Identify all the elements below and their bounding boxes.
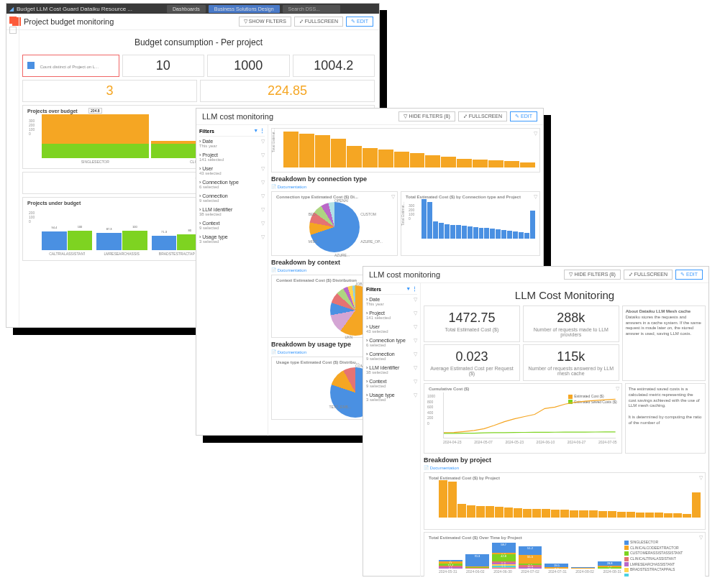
kpi-requests: 288kNumber of requests made to LLM provi… <box>523 306 619 342</box>
subbar: Project budget monitoring ▽ SHOW FILTERS… <box>6 14 379 30</box>
filter-context[interactable]: › Context ▽9 selected <box>366 379 417 388</box>
about-cache: About Dataiku LLM Mesh cache Dataiku sto… <box>622 306 706 381</box>
rail-icon-2[interactable] <box>9 27 17 34</box>
filter-user[interactable]: › User ▽43 selected <box>199 166 265 175</box>
filter-connection[interactable]: › Connection ▽9 selected <box>366 352 417 361</box>
show-filters-button[interactable]: ▽ SHOW FILTERS <box>239 17 291 27</box>
filter-connection[interactable]: › Connection ▽9 selected <box>199 193 265 203</box>
search-input[interactable]: Search DSS... <box>283 5 340 13</box>
section-breakdown-connection: Breakdown by connection type <box>271 175 540 183</box>
filters-sidebar: Filters▼ ⋮ › Date ▽This year› Project ▽1… <box>196 125 268 436</box>
filter-date[interactable]: › Date ▽This year <box>199 139 265 148</box>
kpi-1000: 1000 <box>207 55 289 77</box>
kpi-cache: 115kNumber of requests answered by LLM m… <box>523 344 619 381</box>
chart-icon <box>27 62 35 69</box>
filter-icon[interactable]: ▽ <box>699 475 703 481</box>
subbar: LLM cost monitoring ▽ HIDE FILTERS (8) ⤢… <box>196 109 543 125</box>
kpi-avg-cost: 0.023Average Estimated Cost per Request … <box>424 344 520 381</box>
edit-button[interactable]: ✎ EDIT <box>510 111 537 121</box>
kpi-count-distinct: Count distinct of Project on L... <box>22 55 119 77</box>
filter-icon[interactable]: ▽ <box>534 131 537 137</box>
documentation-link[interactable]: 📄 Documentation <box>271 184 540 189</box>
chart-cost-over-time: Total Estimated Cost ($) Over Time by Pr… <box>424 532 706 576</box>
kpi-total-cost: 1472.75Total Estimated Cost ($) <box>424 306 520 342</box>
app-topbar: ◢ Budget LLM Cost Guard Dataiku Resource… <box>6 4 379 14</box>
filters-sidebar: Filters▼ ⋮ › Date ▽This year› Project ▽1… <box>363 283 421 576</box>
section-breakdown-context: Breakdown by context <box>271 259 540 266</box>
kpi-10: 10 <box>122 55 204 77</box>
chart-top-bars: ▽ Total Estimat... <box>271 128 540 173</box>
fullscreen-button[interactable]: ⤢ FULLSCREEN <box>294 17 343 27</box>
pie-connection-type: Connection type Estimated Cost ($) Di...… <box>271 191 398 256</box>
edit-button[interactable]: ✎ EDIT <box>346 17 373 27</box>
subbar: LLM cost monitoring ▽ HIDE FILTERS (8) ⤢… <box>363 267 708 283</box>
filter-context[interactable]: › Context ▽9 selected <box>199 221 265 230</box>
crumb-dashboards[interactable]: Dashboards <box>167 5 206 13</box>
filter-llm-identifier[interactable]: › LLM identifier ▽38 selected <box>366 365 417 375</box>
hide-filters-button[interactable]: ▽ HIDE FILTERS (8) <box>398 111 455 121</box>
fullscreen-button[interactable]: ⤢ FULLSCREEN <box>624 270 673 280</box>
filter-usage-type[interactable]: › Usage type ▽3 selected <box>366 392 417 402</box>
panel-llm-cost-2: LLM cost monitoring ▽ HIDE FILTERS (8) ⤢… <box>363 266 709 576</box>
section-title: Budget consumption - Per project <box>22 37 375 47</box>
filter-icon[interactable]: ▽ <box>699 535 703 541</box>
filter-project[interactable]: › Project ▽141 selected <box>366 311 417 320</box>
filter-project[interactable]: › Project ▽141 selected <box>199 152 265 162</box>
filter-connection-type[interactable]: › Connection type ▽6 selected <box>366 338 417 347</box>
filter-toggle-icon[interactable]: ▼ ⋮ <box>406 286 417 292</box>
chart-cumulative: Cumulative Cost ($) ▽ Estimated Cost ($)… <box>424 383 622 454</box>
filter-toggle-icon[interactable]: ▼ ⋮ <box>253 128 265 134</box>
chart-cost-by-project: Total Estimated Cost ($) by Project ▽ <box>424 472 706 530</box>
edit-button[interactable]: ✎ EDIT <box>675 270 703 280</box>
page-title: LLM Cost Monitoring <box>424 289 706 301</box>
rail-icon-1[interactable] <box>9 17 17 24</box>
filter-llm-identifier[interactable]: › LLM identifier ▽38 selected <box>199 207 265 216</box>
documentation-link[interactable]: 📄 Documentation <box>424 465 706 470</box>
filter-usage-type[interactable]: › Usage type ▽3 selected <box>199 234 265 244</box>
filter-date[interactable]: › Date ▽This year <box>366 297 417 306</box>
filter-user[interactable]: › User ▽43 selected <box>366 324 417 334</box>
app-title: Budget LLM Cost Guard Dataiku Resource .… <box>17 6 132 12</box>
filter-icon[interactable]: ▽ <box>391 194 395 200</box>
chart-conn-project: Total Estimated Cost ($) by Connection t… <box>401 191 540 256</box>
dashboard-title: Project budget monitoring <box>24 17 114 26</box>
kpi-3: 3 <box>22 80 197 102</box>
about-saved: The estimated saved costs is a calculate… <box>625 383 706 454</box>
kpi-1004: 1004.2 <box>293 55 375 77</box>
crumb-design[interactable]: Business Solutions Design <box>209 5 280 13</box>
fullscreen-button[interactable]: ⤢ FULLSCREEN <box>458 111 507 121</box>
filter-icon[interactable]: ▽ <box>534 194 537 200</box>
kpi-225: 224.85 <box>200 80 375 102</box>
hide-filters-button[interactable]: ▽ HIDE FILTERS (8) <box>564 270 620 280</box>
filter-connection-type[interactable]: › Connection type ▽6 selected <box>199 180 265 189</box>
section-breakdown-project: Breakdown by project <box>424 456 706 464</box>
filter-icon[interactable]: ▽ <box>616 386 619 392</box>
